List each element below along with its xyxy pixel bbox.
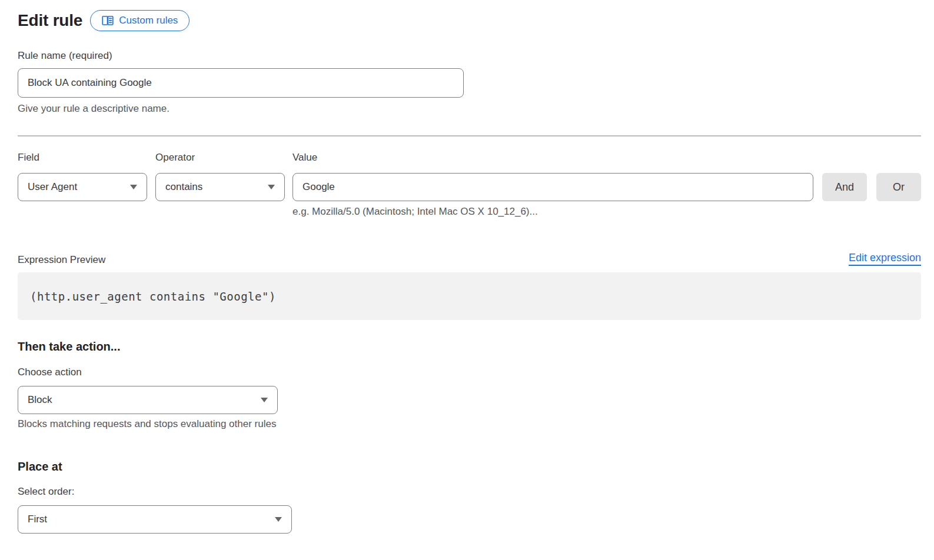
rule-name-help: Give your rule a descriptive name. bbox=[18, 103, 921, 115]
value-input[interactable] bbox=[293, 173, 813, 201]
operator-select[interactable]: contains bbox=[155, 173, 285, 201]
condition-labels-row: Field Operator Value bbox=[18, 152, 921, 164]
edit-rule-page: Edit rule Custom rules Rule name (requir… bbox=[0, 0, 934, 560]
section-divider bbox=[18, 135, 921, 136]
caret-down-icon bbox=[275, 517, 282, 522]
field-label: Field bbox=[18, 152, 155, 164]
caret-down-icon bbox=[261, 398, 268, 402]
value-label: Value bbox=[293, 152, 317, 164]
page-title: Edit rule bbox=[18, 11, 82, 30]
page-header: Edit rule Custom rules bbox=[18, 9, 921, 32]
choose-action-label: Choose action bbox=[18, 366, 921, 378]
value-help: e.g. Mozilla/5.0 (Macintosh; Intel Mac O… bbox=[293, 206, 921, 218]
operator-label: Operator bbox=[155, 152, 293, 164]
action-help: Blocks matching requests and stops evalu… bbox=[18, 418, 921, 430]
book-icon bbox=[102, 15, 114, 26]
order-select-value: First bbox=[28, 514, 47, 525]
expression-code: (http.user_agent contains "Google") bbox=[30, 290, 276, 303]
and-button[interactable]: And bbox=[822, 173, 867, 201]
rule-name-label: Rule name (required) bbox=[18, 50, 921, 62]
condition-row: User Agent contains And Or bbox=[18, 173, 921, 201]
custom-rules-button-label: Custom rules bbox=[119, 15, 178, 26]
action-select[interactable]: Block bbox=[18, 386, 278, 414]
rule-name-input[interactable] bbox=[18, 68, 464, 98]
custom-rules-button[interactable]: Custom rules bbox=[90, 10, 190, 31]
expression-preview-box: (http.user_agent contains "Google") bbox=[18, 272, 921, 320]
operator-select-value: contains bbox=[165, 181, 202, 193]
select-order-label: Select order: bbox=[18, 486, 921, 498]
caret-down-icon bbox=[268, 185, 275, 189]
expression-preview-label: Expression Preview bbox=[18, 254, 105, 266]
action-heading: Then take action... bbox=[18, 339, 921, 354]
or-button[interactable]: Or bbox=[876, 173, 921, 201]
place-at-heading: Place at bbox=[18, 459, 921, 474]
field-select[interactable]: User Agent bbox=[18, 173, 147, 201]
edit-expression-link[interactable]: Edit expression bbox=[849, 252, 921, 266]
action-select-value: Block bbox=[28, 394, 52, 406]
expression-header-row: Expression Preview Edit expression bbox=[18, 252, 921, 266]
field-select-value: User Agent bbox=[28, 181, 77, 193]
order-select[interactable]: First bbox=[18, 505, 292, 534]
caret-down-icon bbox=[130, 185, 137, 189]
